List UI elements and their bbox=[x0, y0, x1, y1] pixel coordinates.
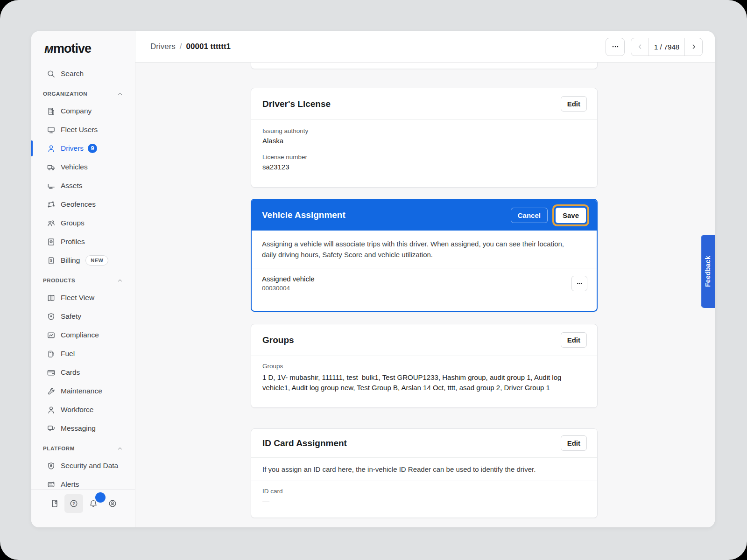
field-label: Issuing authority bbox=[262, 127, 586, 134]
sidebar-item-security-and-data[interactable]: Security and Data bbox=[31, 456, 135, 475]
drivers-license-card: Driver's License Edit Issuing authority … bbox=[251, 88, 598, 188]
svg-text:?: ? bbox=[72, 501, 75, 506]
groups-list-value: 1 D, 1V- mubashir, 111111, test_bulk1, T… bbox=[262, 372, 575, 393]
sidebar-item-messaging[interactable]: Messaging bbox=[31, 419, 135, 438]
breadcrumb: Drivers / 00001 tttttt1 bbox=[150, 42, 231, 51]
field-label: Groups bbox=[262, 363, 586, 370]
account-circle-icon bbox=[108, 499, 117, 508]
chat-bubbles-icon bbox=[46, 424, 56, 433]
help-icon: ? bbox=[69, 499, 78, 508]
field-label: Assigned vehicle bbox=[262, 275, 315, 283]
sidebar-item-label: Profiles bbox=[61, 238, 85, 246]
sidebar-item-label: Fleet View bbox=[61, 294, 94, 302]
sidebar-item-vehicles[interactable]: Vehicles bbox=[31, 158, 135, 176]
sidebar-item-label: Vehicles bbox=[61, 163, 88, 171]
sidebar-item-cards[interactable]: Cards bbox=[31, 363, 135, 382]
polygon-icon bbox=[46, 200, 56, 209]
credit-card-icon bbox=[46, 368, 56, 377]
record-pager: 1 / 7948 bbox=[631, 38, 703, 56]
sidebar-item-fleet-users[interactable]: Fleet Users bbox=[31, 120, 135, 139]
chart-frame-icon bbox=[46, 330, 56, 340]
fuel-pump-icon bbox=[46, 349, 56, 358]
breadcrumb-drivers-link[interactable]: Drivers bbox=[150, 42, 176, 51]
save-button-highlight-ring: Save bbox=[552, 204, 589, 226]
wrench-icon bbox=[46, 386, 56, 396]
section-label: PRODUCTS bbox=[43, 278, 75, 283]
sidebar-item-billing[interactable]: $ Billing NEW bbox=[31, 251, 135, 270]
sidebar-item-label: Messaging bbox=[61, 424, 96, 433]
pager-position: 1 / 7948 bbox=[649, 38, 684, 56]
edit-groups-button[interactable]: Edit bbox=[561, 332, 587, 348]
cancel-button[interactable]: Cancel bbox=[511, 208, 548, 223]
next-record-button[interactable] bbox=[684, 38, 702, 56]
vehicle-assignment-card: Vehicle Assignment Cancel Save Assigning… bbox=[251, 199, 598, 312]
field-label: License number bbox=[262, 154, 586, 161]
field-label: ID card bbox=[262, 488, 586, 495]
id-card-description: If you assign an ID card here, the in-ve… bbox=[251, 458, 597, 481]
chevron-up-icon bbox=[115, 276, 125, 285]
brand-text: motive bbox=[53, 42, 91, 56]
sidebar-item-assets[interactable]: Assets bbox=[31, 176, 135, 195]
sidebar-item-groups[interactable]: Groups bbox=[31, 214, 135, 232]
field-value: Alaska bbox=[262, 137, 586, 145]
invoice-icon: $ bbox=[46, 256, 56, 265]
assigned-vehicle-more-button[interactable] bbox=[571, 276, 587, 291]
edit-drivers-license-button[interactable]: Edit bbox=[561, 96, 587, 112]
feedback-tab[interactable]: Feedback bbox=[701, 235, 715, 308]
notifications-button[interactable] bbox=[84, 494, 103, 513]
edit-id-card-button[interactable]: Edit bbox=[561, 435, 587, 451]
monitor-icon bbox=[46, 125, 56, 134]
trailer-icon bbox=[46, 181, 56, 190]
id-card-assignment-card: ID Card Assignment Edit If you assign an… bbox=[251, 428, 598, 518]
person-icon bbox=[46, 405, 56, 414]
sidebar-item-search[interactable]: Search bbox=[31, 64, 135, 83]
sidebar-item-company[interactable]: Company bbox=[31, 102, 135, 120]
sidebar-item-label: Fleet Users bbox=[61, 126, 98, 134]
card-title: ID Card Assignment bbox=[262, 438, 347, 448]
sidebar-item-label: Geofences bbox=[61, 200, 96, 209]
person-icon bbox=[46, 144, 56, 153]
book-location-icon bbox=[50, 499, 59, 508]
sidebar-item-label: Drivers bbox=[61, 144, 84, 153]
shield-icon bbox=[46, 312, 56, 321]
sidebar-section-platform[interactable]: PLATFORM bbox=[31, 441, 135, 456]
save-button[interactable]: Save bbox=[556, 208, 586, 223]
section-label: PLATFORM bbox=[43, 446, 75, 451]
id-card-value: — bbox=[262, 497, 586, 505]
sidebar-item-fleet-view[interactable]: Fleet View bbox=[31, 288, 135, 307]
map-icon bbox=[46, 293, 56, 302]
truck-icon bbox=[46, 162, 56, 172]
chevron-left-icon bbox=[636, 43, 644, 50]
section-label: ORGANIZATION bbox=[43, 91, 87, 97]
help-button[interactable]: ? bbox=[64, 494, 83, 513]
more-actions-button[interactable] bbox=[606, 38, 625, 56]
sidebar-item-geofences[interactable]: Geofences bbox=[31, 195, 135, 214]
card-title: Driver's License bbox=[262, 99, 331, 109]
building-icon bbox=[46, 106, 56, 116]
shield-lock-icon bbox=[46, 461, 56, 470]
account-button[interactable] bbox=[103, 494, 122, 513]
sidebar-item-maintenance[interactable]: Maintenance bbox=[31, 382, 135, 400]
profile-doc-icon bbox=[46, 237, 56, 246]
sidebar-item-safety[interactable]: Safety bbox=[31, 307, 135, 326]
sidebar-item-label: Groups bbox=[61, 219, 85, 227]
chevron-up-icon bbox=[115, 444, 125, 453]
sidebar-item-label: Workforce bbox=[61, 406, 93, 414]
sidebar-item-label: Maintenance bbox=[61, 387, 102, 395]
chevron-right-icon bbox=[690, 43, 698, 50]
screen: мmotive Search ORGANIZATION Company Flee… bbox=[0, 0, 747, 560]
sidebar-section-organization[interactable]: ORGANIZATION bbox=[31, 86, 135, 102]
sidebar-item-fuel[interactable]: Fuel bbox=[31, 344, 135, 363]
vehicle-assignment-description: Assigning a vehicle will associate trips… bbox=[252, 231, 597, 268]
previous-card-edge bbox=[251, 63, 598, 69]
motive-logo[interactable]: мmotive bbox=[31, 31, 135, 56]
sidebar-section-products[interactable]: PRODUCTS bbox=[31, 273, 135, 288]
resources-button[interactable] bbox=[45, 494, 64, 513]
sidebar-item-workforce[interactable]: Workforce bbox=[31, 400, 135, 419]
assigned-vehicle-value: 00030004 bbox=[262, 285, 315, 292]
sidebar-item-profiles[interactable]: Profiles bbox=[31, 232, 135, 251]
field-value: sa23123 bbox=[262, 163, 586, 171]
sidebar-item-drivers[interactable]: Drivers 9 bbox=[31, 139, 135, 158]
prev-record-button[interactable] bbox=[631, 38, 649, 56]
sidebar-item-compliance[interactable]: Compliance bbox=[31, 326, 135, 344]
